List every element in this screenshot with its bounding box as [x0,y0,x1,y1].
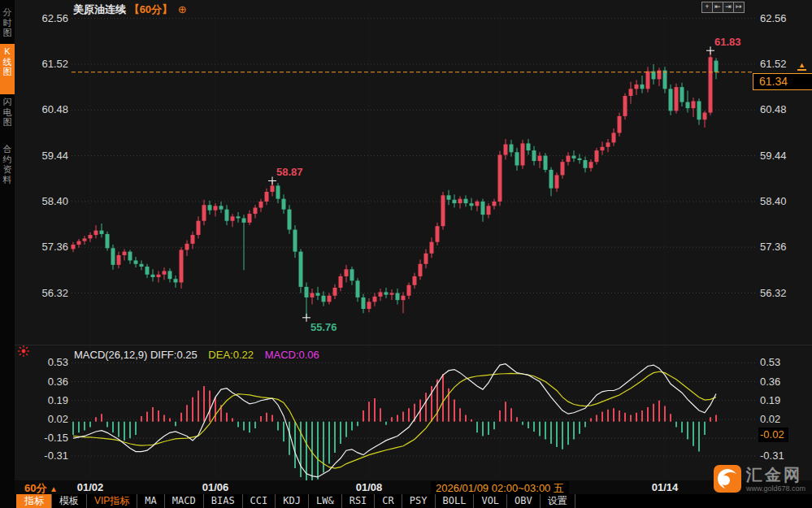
axis-right-icon[interactable]: ⇥ [723,2,734,13]
macd-tick-label: 0.02 [760,413,780,425]
tab-VOL[interactable]: VOL [473,494,506,508]
tab-LW&[interactable]: LW& [308,494,341,508]
tab-设置[interactable]: 设置 [540,494,575,508]
logo-icon [714,465,741,493]
sidebar-item-3[interactable]: 闪电图 [0,94,15,140]
macd-dea-label: DEA:0.22 [208,349,254,361]
macd-tick-label: 0.53 [760,356,780,368]
indicator-tab-bar: 指标模板VIP指标MAMACDBIASCCIKDJLW&RSICRPSYBOLL… [0,494,812,508]
tab-指标[interactable]: 指标 [16,494,51,508]
date-label: 01/14 [652,481,679,493]
last-price-box: 61.34 [753,73,812,90]
scroll-latest-icon[interactable]: ▲ [797,62,806,71]
price-tick-label: 60.48 [760,103,787,115]
site-logo: 汇金网 www.gold678.com [714,465,805,493]
logo-url: www.gold678.com [746,484,805,493]
app-window: 58.8755.7661.83 分时图K线图闪电图合约资料 美原油连续 【60分… [0,0,812,508]
macd-tick-label: 0.19 [760,394,780,406]
panel-divider [15,345,812,345]
add-indicator-icon[interactable]: ⊕ [178,3,187,15]
alert-icon[interactable] [17,345,30,361]
chart-title: 美原油连续 【60分】 ⊕ [73,2,187,17]
price-tick-label: 59.44 [760,150,787,162]
period-badge: 【60分】 [129,3,172,15]
tab-CR[interactable]: CR [374,494,401,508]
jump-latest-icon[interactable]: ↦ [733,2,745,13]
tab-VIP指标[interactable]: VIP指标 [86,494,137,508]
price-tick-label: 58.40 [760,195,787,207]
chart-background [15,0,812,480]
macd-diff-label: MACD(26,12,9) DIFF:0.25 [74,349,198,361]
price-tick-label: 61.52 [760,58,787,70]
tab-OBV[interactable]: OBV [506,494,540,508]
date-axis-row: 60分 ▲ 01/0201/0601/082026/01/09 02:00~03… [0,480,812,494]
sidebar-item-2[interactable]: K线图 [0,44,15,94]
sidebar: 分时图K线图闪电图合约资料 [0,0,15,508]
logo-name: 汇金网 [746,465,805,484]
tab-MA[interactable]: MA [137,494,163,508]
tab-CCI[interactable]: CCI [242,494,276,508]
tab-KDJ[interactable]: KDJ [275,494,308,508]
macd-tick-label: 0.36 [760,376,780,388]
tab-BOLL[interactable]: BOLL [435,494,474,508]
tab-PSY[interactable]: PSY [402,494,435,508]
sidebar-item-1[interactable]: 分时图 [0,5,15,46]
date-label: 01/02 [77,481,104,493]
price-tick-label: 56.32 [760,287,787,299]
tab-BIAS[interactable]: BIAS [203,494,242,508]
macd-axis-marker: -0.02 [758,428,788,442]
tab-RSI[interactable]: RSI [341,494,375,508]
sidebar-item-4[interactable]: 合约资料 [0,141,15,210]
pan-icon[interactable]: + [701,2,713,13]
chevron-up-icon: ▲ [50,484,58,493]
macd-value-label: MACD:0.06 [265,349,319,361]
macd-tick-label: -0.31 [760,449,784,462]
symbol-name: 美原油连续 [73,3,126,15]
macd-legend: MACD(26,12,9) DIFF:0.25 DEA:0.22 MACD:0.… [74,349,319,361]
price-tick-label: 62.56 [760,12,787,24]
price-tick-label: 57.36 [760,241,787,253]
tab-MACD[interactable]: MACD [164,494,203,508]
axis-left-icon[interactable]: ⇤ [712,2,723,13]
tab-模板[interactable]: 模板 [51,494,86,508]
date-label: 01/08 [356,481,383,493]
date-label: 01/06 [202,481,229,493]
